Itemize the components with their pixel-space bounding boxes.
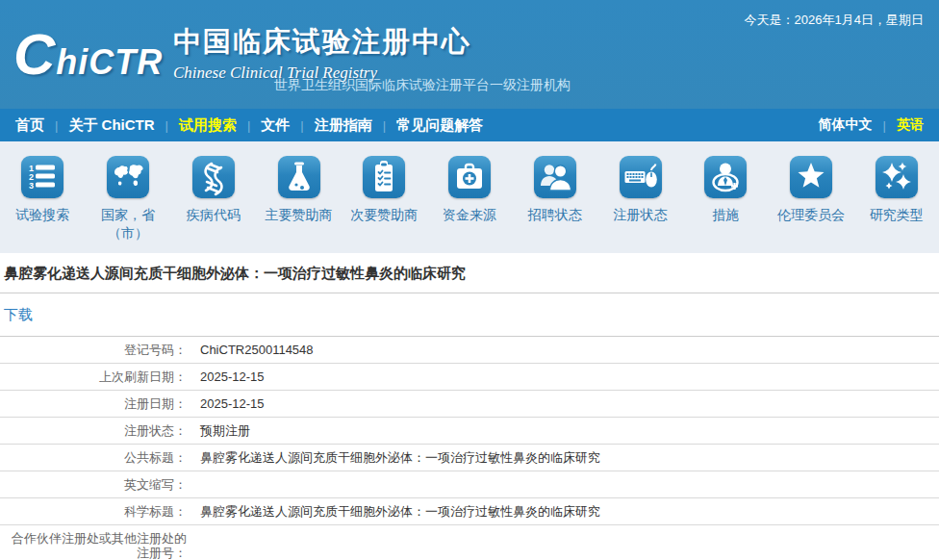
table-row-registration-number: 登记号码： ChiCTR2500114548: [0, 337, 939, 364]
field-value: 预期注册: [192, 418, 939, 445]
facet-disease-code[interactable]: 疾病代码: [170, 156, 256, 253]
facet-label: 招聘状态: [528, 206, 582, 224]
facet-label: 注册状态: [614, 206, 668, 224]
nav-item-about[interactable]: 关于 ChiCTR: [68, 116, 154, 135]
clipboard-checklist-icon: [363, 156, 405, 198]
search-facets-bar: 1 2 3 试验搜索: [0, 141, 939, 253]
lang-separator: |: [883, 118, 886, 133]
trial-fields-table: 登记号码： ChiCTR2500114548 上次刷新日期： 2025-12-1…: [0, 336, 939, 560]
download-row: 下载: [0, 293, 939, 336]
facet-label: 措施: [712, 206, 739, 224]
keyboard-mouse-icon: [620, 156, 662, 198]
facet-label: 主要赞助商: [266, 206, 333, 224]
nav-separator: |: [383, 118, 386, 133]
download-link[interactable]: 下载: [4, 306, 33, 322]
world-map-icon: [107, 156, 149, 198]
flask-icon: [278, 156, 320, 198]
table-row-public-title: 公共标题： 鼻腔雾化递送人源间充质干细胞外泌体：一项治疗过敏性鼻炎的临床研究: [0, 445, 939, 471]
numbered-list-icon: 1 2 3: [21, 156, 63, 198]
svg-text:3: 3: [29, 181, 34, 191]
facet-study-type[interactable]: 研究类型: [853, 156, 939, 253]
facet-ethics-committee[interactable]: 伦理委员会: [769, 156, 854, 253]
facet-label: 次要赞助商: [350, 206, 418, 224]
nav-item-registration-guide[interactable]: 注册指南: [315, 116, 372, 135]
facet-label: 伦理委员会: [777, 206, 845, 224]
table-row-english-acronym: 英文缩写：: [0, 471, 939, 498]
nav-item-trial-search[interactable]: 试用搜索: [179, 116, 237, 135]
trial-title: 鼻腔雾化递送人源间充质干细胞外泌体：一项治疗过敏性鼻炎的临床研究: [0, 253, 939, 293]
facet-registration-status[interactable]: 注册状态: [597, 156, 683, 253]
field-value: 2025-12-15: [192, 364, 939, 391]
table-row-registration-date: 注册日期： 2025-12-15: [0, 391, 939, 418]
facet-recruiting-status[interactable]: 招聘状态: [512, 156, 597, 253]
doctor-icon: [704, 156, 747, 198]
nav-separator: |: [165, 118, 168, 133]
facet-label: 研究类型: [870, 206, 924, 224]
nav-separator: |: [300, 118, 303, 133]
page-root: 今天是：2026年1月4日，星期日 ChiCTR 中国临床试验注册中心 Chin…: [0, 0, 939, 560]
field-value: 鼻腔雾化递送人源间充质干细胞外泌体：一项治疗过敏性鼻炎的临床研究: [192, 498, 939, 525]
facet-secondary-sponsor[interactable]: 次要赞助商: [342, 156, 427, 253]
field-value: [192, 525, 939, 560]
site-title-chinese: 中国临床试验注册中心: [173, 23, 471, 62]
nav-item-home[interactable]: 首页: [15, 116, 44, 135]
table-row-registration-status: 注册状态： 预期注册: [0, 418, 939, 445]
facet-primary-sponsor[interactable]: 主要赞助商: [256, 156, 342, 253]
site-brand: 中国临床试验注册中心 Chinese Clinical Trial Regist…: [173, 23, 471, 83]
trial-detail: 鼻腔雾化递送人源间充质干细胞外泌体：一项治疗过敏性鼻炎的临床研究 下载 登记号码…: [0, 253, 939, 560]
dna-icon: [192, 156, 235, 198]
star-icon: [790, 156, 832, 198]
field-label: 科学标题：: [0, 498, 192, 525]
nav-item-faq[interactable]: 常见问题解答: [396, 116, 483, 135]
table-row-partner-registry-number: 合作伙伴注册处或其他注册处的注册号：: [0, 525, 939, 560]
field-value: 2025-12-15: [192, 391, 939, 418]
who-registry-subtitle: 世界卫生组织国际临床试验注册平台一级注册机构: [274, 77, 571, 94]
current-date: 今天是：2026年1月4日，星期日: [745, 12, 924, 29]
table-row-last-refreshed: 上次刷新日期： 2025-12-15: [0, 364, 939, 391]
facet-funding-source[interactable]: 资金来源: [427, 156, 513, 253]
table-row-scientific-title: 科学标题： 鼻腔雾化递送人源间充质干细胞外泌体：一项治疗过敏性鼻炎的临床研究: [0, 498, 939, 525]
site-header: 今天是：2026年1月4日，星期日 ChiCTR 中国临床试验注册中心 Chin…: [0, 0, 939, 109]
medical-kit-icon: [448, 156, 491, 198]
language-switcher: 简体中文 | 英语: [819, 116, 924, 134]
field-label: 注册日期：: [0, 391, 192, 418]
facet-country-province[interactable]: 国家，省（市）: [86, 156, 171, 253]
lang-simplified-chinese[interactable]: 简体中文: [819, 116, 873, 134]
field-label: 上次刷新日期：: [0, 364, 192, 391]
main-nav: 首页 | 关于 ChiCTR | 试用搜索 | 文件 | 注册指南 | 常见问题…: [0, 109, 939, 141]
nav-separator: |: [247, 118, 250, 133]
chictr-logo[interactable]: ChiCTR: [13, 21, 163, 96]
facet-interventions[interactable]: 措施: [683, 156, 769, 253]
field-value: ChiCTR2500114548: [192, 337, 939, 364]
nav-separator: |: [55, 118, 58, 133]
facet-label: 国家，省（市）: [89, 206, 167, 242]
facet-label: 试验搜索: [15, 206, 69, 224]
field-label: 登记号码：: [0, 337, 192, 364]
people-icon: [534, 156, 576, 198]
sparkles-icon: [876, 156, 918, 198]
facet-label: 资金来源: [443, 206, 496, 224]
facet-label: 疾病代码: [187, 206, 241, 224]
field-label: 注册状态：: [0, 418, 192, 445]
field-label: 公共标题：: [0, 445, 192, 471]
field-label: 英文缩写：: [0, 471, 192, 498]
field-value: 鼻腔雾化递送人源间充质干细胞外泌体：一项治疗过敏性鼻炎的临床研究: [192, 445, 939, 471]
lang-english[interactable]: 英语: [897, 116, 924, 134]
facet-trial-search[interactable]: 1 2 3 试验搜索: [0, 156, 86, 253]
field-value: [192, 471, 939, 498]
nav-item-documents[interactable]: 文件: [261, 116, 290, 135]
field-label: 合作伙伴注册处或其他注册处的注册号：: [0, 525, 192, 560]
